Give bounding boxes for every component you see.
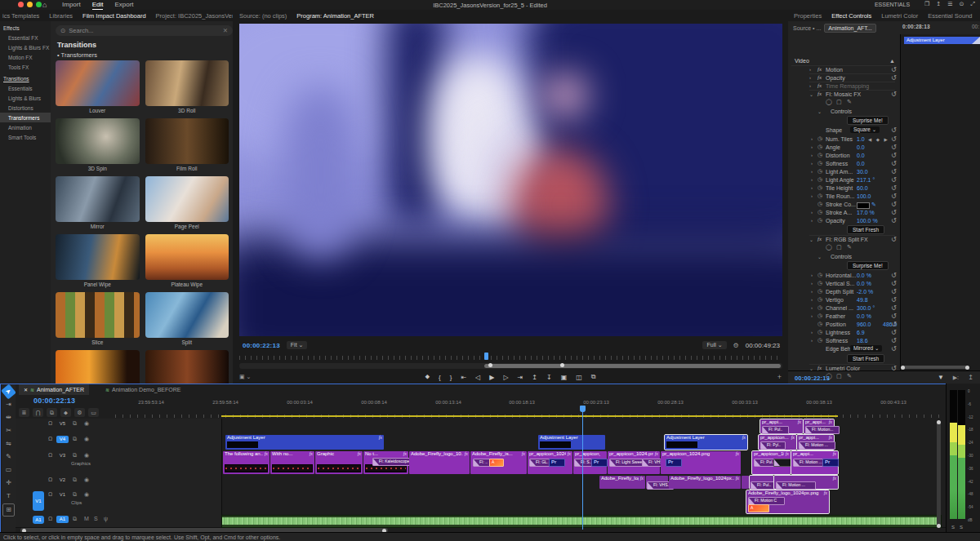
- stopwatch-keyframe-icon[interactable]: ◷: [817, 280, 822, 286]
- mark-out-button[interactable]: }: [450, 374, 452, 381]
- timeline-timecode[interactable]: 00:00:22:13: [33, 397, 75, 405]
- reset-property-icon[interactable]: ↺: [891, 193, 897, 200]
- timeline-clip[interactable]: Adjustment Layerfx: [665, 435, 747, 450]
- sync-lock-icon[interactable]: ⧉: [73, 477, 77, 483]
- transition-item-plateau-wipe[interactable]: Plateau Wipe: [145, 234, 229, 287]
- pen-mask-icon[interactable]: ✎: [847, 99, 852, 105]
- reset-property-icon[interactable]: ↺: [891, 321, 897, 328]
- timeline-clip[interactable]: pr_appicon_10...fxFI: Pul..: [752, 451, 791, 474]
- playback-resolution-dropdown[interactable]: Full ⌄: [702, 341, 726, 349]
- close-tab-icon[interactable]: ✕: [24, 387, 28, 392]
- property-value[interactable]: 17.0 %: [857, 210, 875, 215]
- clip-fx-badge-icon[interactable]: fx: [742, 435, 746, 440]
- program-video-frame[interactable]: [239, 24, 782, 336]
- transition-thumbnail[interactable]: [145, 350, 229, 384]
- timeline-clip[interactable]: pr_appicon_1024.p...FI: S..Pr: [573, 451, 607, 474]
- sync-lock-icon[interactable]: ⧉: [73, 420, 77, 427]
- property-value[interactable]: 0.0 %: [857, 313, 871, 319]
- fx-badge-icon[interactable]: fx: [817, 91, 822, 97]
- effect-chip[interactable]: FI: Pul..: [762, 426, 789, 434]
- lock-track-icon[interactable]: Ω: [48, 420, 52, 426]
- toggle-track-output-icon[interactable]: ◉: [84, 491, 89, 498]
- group-label[interactable]: Controls: [831, 254, 852, 259]
- start-fresh-button[interactable]: Start Fresh: [847, 354, 884, 363]
- effect-controls-tab-animation-aft-[interactable]: Animation_AFT...: [824, 24, 875, 33]
- stopwatch-keyframe-icon[interactable]: ◷: [817, 313, 822, 319]
- effect-chip[interactable]: FI: Motion ...: [776, 481, 816, 490]
- clip-fx-badge-icon[interactable]: fx: [798, 419, 801, 424]
- track-select-forward-tool[interactable]: ⇥: [3, 399, 14, 410]
- stopwatch-keyframe-icon[interactable]: ◷: [817, 135, 822, 142]
- selection-tool[interactable]: ➤: [1, 384, 16, 399]
- timeline-clip[interactable]: Adobe_Firefly_logo_1024px...fx: [669, 476, 741, 489]
- expand-arrow-icon[interactable]: ›: [811, 289, 813, 294]
- workspace-label[interactable]: ESSENTIALS: [875, 2, 910, 7]
- transition-item[interactable]: [56, 350, 140, 384]
- fullscreen-icon[interactable]: ⤢: [970, 1, 975, 7]
- timeline-clip[interactable]: Graphicfx: [315, 451, 363, 474]
- timeline-clip[interactable]: pr_appicon_1024.pngfxPr: [661, 451, 741, 474]
- fx-badge-icon[interactable]: fx: [817, 82, 822, 89]
- clip-fx-badge-icon[interactable]: fx: [640, 476, 644, 481]
- zoom-handle-left-dot[interactable]: [488, 363, 492, 367]
- property-value[interactable]: -2.0 %: [857, 289, 873, 295]
- panel-tab-ics-templates[interactable]: ics Templates: [2, 12, 39, 20]
- timeline-clip[interactable]: pr_appicon_1024...fxFI: GL.Pr: [528, 451, 572, 474]
- timeline-clip[interactable]: pr_appi...fxFI: Motion ...: [797, 435, 834, 450]
- group-label[interactable]: Controls: [831, 109, 852, 114]
- reset-effect-icon[interactable]: ↺: [891, 236, 897, 243]
- go-to-out-button[interactable]: ⇥: [518, 374, 523, 381]
- reset-property-icon[interactable]: ↺: [891, 272, 897, 279]
- property-value[interactable]: 18.6: [857, 338, 868, 344]
- sidebar-item-animation[interactable]: Animation: [0, 122, 51, 132]
- transition-item-panel-wipe[interactable]: Panel Wipe: [56, 234, 140, 287]
- rect-mask-icon[interactable]: ▢: [836, 99, 842, 105]
- track-header-v1[interactable]: V1ΩV1⧉◉Clips: [16, 490, 222, 514]
- program-timecode[interactable]: 00:00:22:13: [243, 342, 280, 349]
- sidebar-section-transitions[interactable]: Transitions: [0, 72, 51, 83]
- add-button[interactable]: +: [777, 370, 782, 384]
- expand-arrow-icon[interactable]: ›: [811, 161, 813, 166]
- stopwatch-keyframe-icon[interactable]: ◷: [817, 304, 822, 311]
- clip-fx-badge-icon[interactable]: fx: [786, 451, 789, 456]
- reset-property-icon[interactable]: ↺: [891, 313, 897, 320]
- eyedropper-icon[interactable]: ✎: [871, 202, 876, 208]
- expand-arrow-icon[interactable]: ⌄: [817, 254, 822, 259]
- reset-property-icon[interactable]: ↺: [891, 126, 897, 134]
- effect-name-label[interactable]: FI: Mosaic FX: [826, 91, 861, 97]
- stopwatch-keyframe-icon[interactable]: ◷: [817, 152, 822, 158]
- sync-lock-icon[interactable]: ⧉: [73, 491, 77, 498]
- source-patch-a1[interactable]: A1: [33, 516, 44, 524]
- rect-mask-icon[interactable]: ▢: [836, 244, 842, 251]
- expand-arrow-icon[interactable]: ›: [809, 67, 811, 72]
- monitor-settings-wrench-icon[interactable]: ⚙: [733, 342, 739, 349]
- linked-selection-icon[interactable]: ⧉: [47, 408, 57, 417]
- collapse-all-icon[interactable]: ▲: [889, 58, 895, 64]
- reset-property-icon[interactable]: ↺: [891, 288, 897, 295]
- ellipse-mask-icon[interactable]: ◯: [826, 99, 832, 105]
- snap-icon[interactable]: ⋂: [33, 408, 43, 417]
- step-forward-button[interactable]: ▷: [503, 374, 508, 381]
- clip-fx-badge-icon[interactable]: fx: [736, 476, 739, 481]
- step-back-button[interactable]: ◁: [475, 374, 480, 381]
- clip-fx-badge-icon[interactable]: fx: [791, 435, 795, 440]
- sidebar-item-transformers[interactable]: Transformers: [0, 113, 51, 122]
- transition-thumbnail[interactable]: [56, 350, 140, 384]
- panel-tab-program-animation-after[interactable]: Program: Animation_AFTER: [296, 12, 374, 20]
- sync-lock-icon[interactable]: ⧉: [73, 452, 77, 459]
- hand-tool[interactable]: ✛: [3, 477, 14, 489]
- transition-thumbnail[interactable]: [56, 60, 140, 106]
- clip-fx-badge-icon[interactable]: fx: [833, 476, 836, 481]
- sequence-tab-label[interactable]: Animation_AFTER: [37, 387, 84, 392]
- reset-property-icon[interactable]: ↺: [891, 135, 897, 143]
- expand-arrow-icon[interactable]: ⌄: [809, 237, 813, 242]
- slip-tool[interactable]: ⇋: [3, 438, 14, 450]
- clip-fx-badge-icon[interactable]: fx: [522, 451, 525, 456]
- stopwatch-keyframe-icon[interactable]: ◷: [817, 272, 822, 278]
- effect-name-label[interactable]: Opacity: [826, 75, 845, 81]
- clip-fx-badge-icon[interactable]: fx: [465, 451, 468, 456]
- toggle-track-output-icon[interactable]: ◉: [84, 420, 89, 427]
- reset-effect-icon[interactable]: ↺: [891, 74, 897, 82]
- timeline-playhead-handle[interactable]: [580, 406, 586, 412]
- effect-name-label[interactable]: Motion: [826, 67, 843, 73]
